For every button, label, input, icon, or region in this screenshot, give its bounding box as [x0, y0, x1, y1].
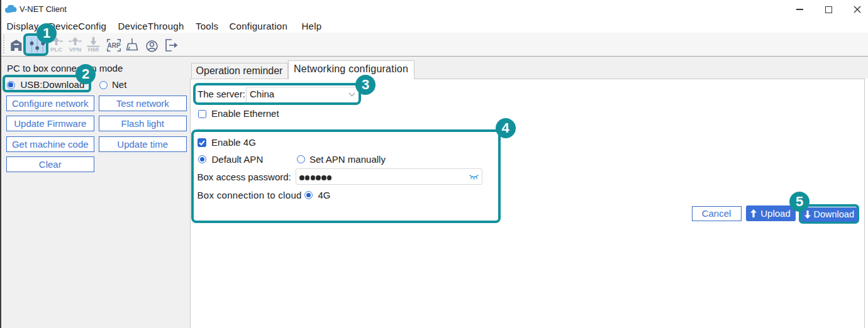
svg-text:VPN: VPN — [69, 46, 81, 53]
svg-text:PLC: PLC — [50, 46, 62, 53]
svg-text:ARP: ARP — [107, 42, 120, 49]
svg-text:HMI: HMI — [88, 46, 99, 53]
